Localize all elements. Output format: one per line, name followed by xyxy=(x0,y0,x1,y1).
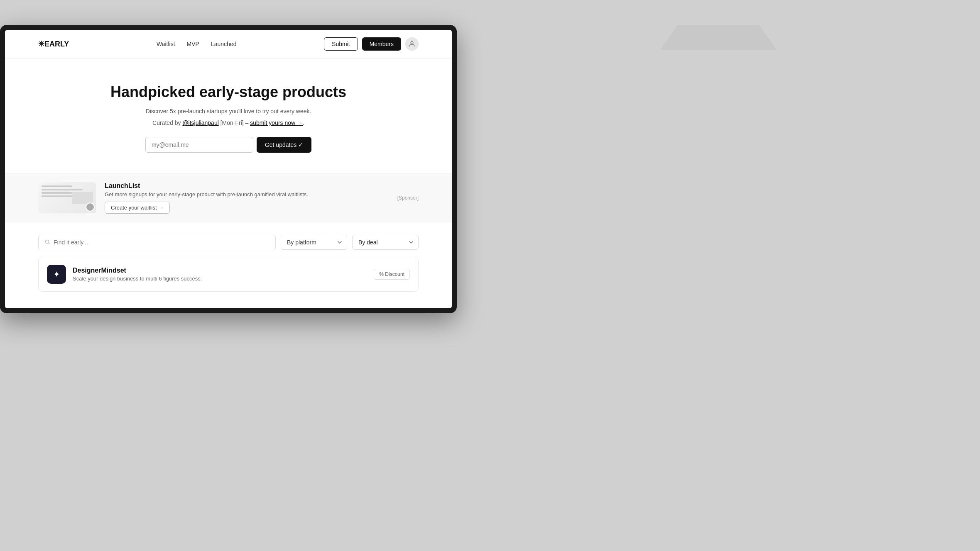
search-box xyxy=(38,235,276,250)
sponsor-details: LaunchList Get more signups for your ear… xyxy=(105,182,308,214)
product-description: Scale your design business to multi 6 fi… xyxy=(73,276,202,282)
create-waitlist-button[interactable]: Create your waitlist → xyxy=(105,202,170,214)
sponsor-image xyxy=(38,182,96,213)
navbar: ✳EARLY Waitlist MVP Launched Submit Memb… xyxy=(5,30,452,59)
email-input[interactable] xyxy=(145,137,253,153)
curator-middle: [Mon-Fri] – xyxy=(219,119,250,126)
nav-waitlist[interactable]: Waitlist xyxy=(157,41,175,47)
sponsor-mock-box xyxy=(72,192,93,204)
sponsor-name: LaunchList xyxy=(105,182,308,190)
filter-section: By platform iOS Android Web Desktop By d… xyxy=(5,222,452,250)
submit-button[interactable]: Submit xyxy=(324,37,358,51)
hero-title: Handpicked early-stage products xyxy=(13,83,443,101)
discount-badge[interactable]: % Discount xyxy=(374,269,410,280)
sponsor-bar: LaunchList Get more signups for your ear… xyxy=(5,173,452,222)
logo-text: ✳EARLY xyxy=(38,39,69,49)
product-list: ✦ DesignerMindset Scale your design busi… xyxy=(5,250,452,308)
nav-mvp[interactable]: MVP xyxy=(187,41,199,47)
nav-links: Waitlist MVP Launched xyxy=(157,41,236,47)
search-input[interactable] xyxy=(54,239,270,246)
submit-link[interactable]: submit yours now → xyxy=(250,119,303,126)
product-icon: ✦ xyxy=(47,265,66,284)
filter-row: By platform iOS Android Web Desktop By d… xyxy=(38,235,419,250)
product-details: DesignerMindset Scale your design busine… xyxy=(73,267,202,282)
monitor: ✳EARLY Waitlist MVP Launched Submit Memb… xyxy=(0,25,457,313)
hero-subtitle-1: Discover 5x pre-launch startups you'll l… xyxy=(13,107,443,116)
svg-point-1 xyxy=(45,240,49,243)
hero-section: Handpicked early-stage products Discover… xyxy=(5,59,452,173)
curator-handle[interactable]: @itsjulianpaul xyxy=(182,119,218,126)
get-updates-button[interactable]: Get updates ✓ xyxy=(257,137,311,153)
curator-prefix: Curated by xyxy=(152,119,182,126)
mock-line-2 xyxy=(42,189,83,190)
logo: ✳EARLY xyxy=(38,39,69,49)
mock-line-1 xyxy=(42,185,72,187)
product-name: DesignerMindset xyxy=(73,267,202,274)
hero-subtitle-2: Curated by @itsjulianpaul [Mon-Fri] – su… xyxy=(13,118,443,127)
user-avatar[interactable] xyxy=(405,37,419,51)
table-row: ✦ DesignerMindset Scale your design busi… xyxy=(38,257,419,292)
platform-filter[interactable]: By platform iOS Android Web Desktop xyxy=(281,235,347,250)
product-info: ✦ DesignerMindset Scale your design busi… xyxy=(47,265,202,284)
deal-filter[interactable]: By deal % Discount Free Trial Free Tier xyxy=(352,235,419,250)
nav-launched[interactable]: Launched xyxy=(211,41,237,47)
svg-point-0 xyxy=(411,41,413,44)
sponsor-badge: [Sponsor] xyxy=(397,195,419,201)
mock-line-3 xyxy=(42,192,72,194)
members-button[interactable]: Members xyxy=(362,37,401,51)
nav-actions: Submit Members xyxy=(324,37,419,51)
sponsor-description: Get more signups for your early-stage pr… xyxy=(105,191,308,197)
screen: ✳EARLY Waitlist MVP Launched Submit Memb… xyxy=(5,30,452,308)
search-icon xyxy=(44,239,50,246)
monitor-stand xyxy=(660,25,777,50)
sponsor-content: LaunchList Get more signups for your ear… xyxy=(38,182,308,214)
email-signup-row: Get updates ✓ xyxy=(13,137,443,153)
